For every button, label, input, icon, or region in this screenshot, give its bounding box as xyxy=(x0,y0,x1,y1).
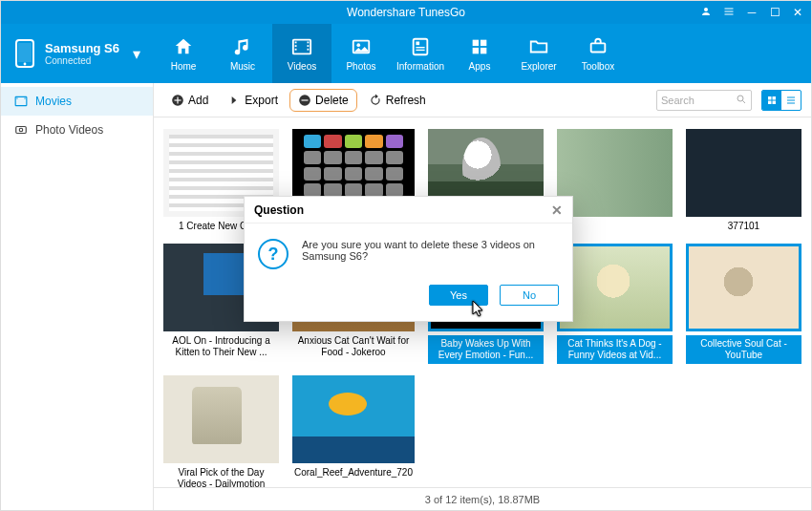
nav-explorer-label: Explorer xyxy=(521,61,556,72)
svg-rect-17 xyxy=(416,41,419,45)
svg-rect-32 xyxy=(175,99,182,100)
video-thumbnail xyxy=(292,375,415,463)
nav-photos-label: Photos xyxy=(346,61,375,72)
video-item[interactable]: Coral_Reef_Adventure_720 xyxy=(292,375,415,487)
video-item[interactable]: Viral Pick of the Day Videos - Dailymoti… xyxy=(163,375,279,487)
nav-videos[interactable]: Videos xyxy=(272,24,331,83)
svg-rect-18 xyxy=(416,47,424,48)
video-caption: 377101 xyxy=(726,221,761,232)
svg-rect-12 xyxy=(308,45,310,47)
video-caption: Collective Soul Cat - YouTube xyxy=(686,335,801,364)
svg-rect-24 xyxy=(591,43,606,52)
sidebar-item-label: Movies xyxy=(35,95,72,108)
svg-rect-22 xyxy=(473,47,479,53)
svg-rect-21 xyxy=(481,39,486,45)
svg-point-15 xyxy=(356,43,360,47)
nav-information-label: Information xyxy=(396,61,444,72)
video-caption: Anxious Cat Can't Wait for Food - Jokero… xyxy=(292,335,415,358)
svg-point-6 xyxy=(24,63,27,66)
svg-rect-10 xyxy=(295,48,297,50)
nav-toolbox[interactable]: Toolbox xyxy=(568,24,628,83)
add-button[interactable]: Add xyxy=(163,90,216,111)
export-button[interactable]: Export xyxy=(220,90,286,111)
search-input[interactable]: Search xyxy=(656,90,752,111)
nav-toolbox-label: Toolbox xyxy=(582,61,614,72)
svg-point-29 xyxy=(19,128,23,132)
nav-music[interactable]: Music xyxy=(213,24,272,83)
svg-rect-23 xyxy=(481,47,486,53)
sidebar-item-movies[interactable]: Movies xyxy=(1,87,153,116)
svg-line-36 xyxy=(743,100,746,103)
close-button[interactable]: ✕ xyxy=(790,6,805,19)
nav-apps[interactable]: Apps xyxy=(450,24,509,83)
svg-rect-26 xyxy=(16,98,17,99)
list-view-button[interactable] xyxy=(781,91,801,110)
nav-home-label: Home xyxy=(171,61,197,72)
user-icon[interactable] xyxy=(698,6,714,20)
svg-rect-41 xyxy=(787,96,795,97)
toolbar-label: Delete xyxy=(315,94,349,107)
video-caption: Coral_Reef_Adventure_720 xyxy=(292,467,415,479)
nav-videos-label: Videos xyxy=(288,61,316,72)
window-controls: ─ ☐ ✕ xyxy=(698,1,805,24)
toolbar-label: Add xyxy=(188,94,208,107)
menu-icon[interactable] xyxy=(721,6,737,20)
svg-rect-28 xyxy=(16,127,27,134)
device-selector[interactable]: Samsung S6 Connected ▾ xyxy=(1,24,154,83)
svg-rect-37 xyxy=(768,96,772,100)
nav-home[interactable]: Home xyxy=(154,24,213,83)
svg-rect-40 xyxy=(773,100,777,104)
nav-apps-label: Apps xyxy=(469,61,491,72)
video-caption: Viral Pick of the Day Videos - Dailymoti… xyxy=(163,467,279,487)
svg-rect-1 xyxy=(725,8,734,9)
search-icon xyxy=(736,94,747,107)
video-thumbnail xyxy=(163,375,279,463)
delete-button[interactable]: Delete xyxy=(289,89,357,112)
dialog-body: ? Are you sure you want to delete these … xyxy=(245,224,572,277)
toolbar-label: Refresh xyxy=(386,94,426,107)
sidebar-item-photo-videos[interactable]: Photo Videos xyxy=(1,116,153,144)
confirm-dialog: Question ✕ ? Are you sure you want to de… xyxy=(244,196,573,322)
nav-music-label: Music xyxy=(230,61,255,72)
nav-explorer[interactable]: Explorer xyxy=(509,24,568,83)
titlebar: Wondershare TunesGo ─ ☐ ✕ xyxy=(1,1,811,24)
search-placeholder: Search xyxy=(661,95,694,106)
svg-point-0 xyxy=(704,8,708,11)
chevron-down-icon: ▾ xyxy=(133,45,140,63)
svg-rect-5 xyxy=(18,43,32,62)
video-caption: AOL On - Introducing a Kitten to Their N… xyxy=(163,335,279,358)
svg-rect-2 xyxy=(725,11,734,11)
dialog-title: Question xyxy=(254,203,304,217)
device-status: Connected xyxy=(45,55,119,66)
maximize-button[interactable]: ☐ xyxy=(767,6,782,19)
video-thumbnail xyxy=(686,244,801,331)
sidebar: Movies Photo Videos xyxy=(1,83,154,510)
status-bar: 3 of 12 item(s), 18.87MB xyxy=(154,487,811,510)
svg-rect-42 xyxy=(787,99,795,100)
svg-rect-3 xyxy=(725,13,734,14)
phone-icon xyxy=(14,39,35,68)
video-item[interactable]: Cat Thinks It's A Dog - Funny Videos at … xyxy=(557,244,673,364)
header: Samsung S6 Connected ▾ Home Music Videos… xyxy=(1,24,811,83)
video-thumbnail xyxy=(686,129,801,217)
video-item[interactable] xyxy=(557,129,673,232)
video-item[interactable]: Collective Soul Cat - YouTube xyxy=(686,244,801,364)
toolbar-label: Export xyxy=(245,94,278,107)
dialog-buttons: Yes No xyxy=(245,277,572,321)
svg-rect-38 xyxy=(773,96,777,100)
grid-view-button[interactable] xyxy=(762,91,781,110)
no-button[interactable]: No xyxy=(500,285,559,306)
nav-photos[interactable]: Photos xyxy=(331,24,391,83)
svg-rect-20 xyxy=(473,39,479,45)
toolbar: Add Export Delete Refresh Search xyxy=(154,83,811,117)
video-caption: Cat Thinks It's A Dog - Funny Videos at … xyxy=(557,335,673,364)
yes-button[interactable]: Yes xyxy=(429,285,488,306)
svg-rect-13 xyxy=(308,48,310,50)
minimize-button[interactable]: ─ xyxy=(744,6,759,19)
svg-point-35 xyxy=(737,96,743,101)
refresh-button[interactable]: Refresh xyxy=(361,90,434,111)
video-item[interactable]: 377101 xyxy=(686,129,801,232)
dialog-close-button[interactable]: ✕ xyxy=(551,202,563,218)
svg-rect-39 xyxy=(768,100,772,104)
nav-information[interactable]: Information xyxy=(391,24,450,83)
